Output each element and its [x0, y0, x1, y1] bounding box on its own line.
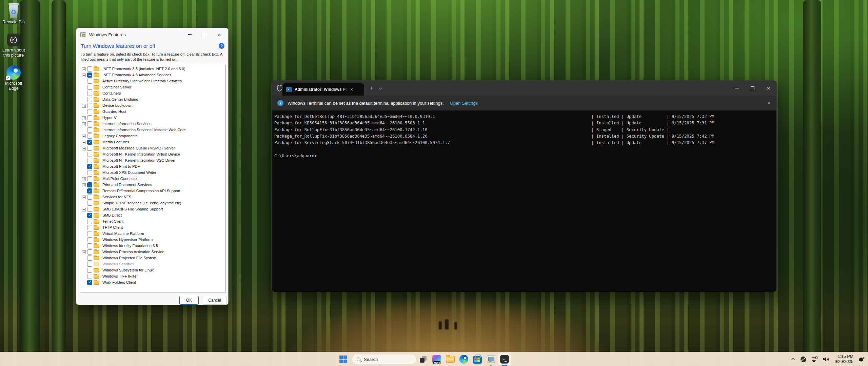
- feature-row[interactable]: Containers: [80, 90, 225, 97]
- feature-row[interactable]: SMB 1.0/CIFS File Sharing Support: [80, 206, 225, 212]
- feature-row[interactable]: Windows Sandbox: [80, 261, 225, 267]
- expand-toggle-icon[interactable]: [82, 116, 86, 120]
- feature-row[interactable]: Windows Projected File System: [80, 255, 225, 261]
- feature-checkbox[interactable]: [87, 79, 92, 84]
- terminal-maximize-button[interactable]: [745, 81, 761, 96]
- ok-button[interactable]: OK: [179, 296, 199, 305]
- feature-row[interactable]: Virtual Machine Platform: [80, 231, 225, 237]
- feature-row[interactable]: Guarded Host: [80, 109, 225, 115]
- dialog-titlebar[interactable]: Windows Features ×: [76, 28, 228, 41]
- feature-row[interactable]: Microsoft NT Kernel Integration VSC Driv…: [80, 158, 225, 164]
- feature-checkbox[interactable]: [87, 213, 92, 218]
- expand-toggle-icon[interactable]: [82, 122, 86, 126]
- close-button[interactable]: ×: [212, 28, 227, 41]
- feature-row[interactable]: Microsoft XPS Document Writer: [80, 170, 225, 176]
- feature-checkbox[interactable]: [87, 274, 92, 279]
- taskbar-item-windows-features[interactable]: [484, 352, 498, 366]
- feature-row[interactable]: Internet Information Services Hostable W…: [80, 127, 225, 133]
- no-internet-globe-icon[interactable]: [801, 357, 806, 362]
- feature-checkbox[interactable]: [87, 66, 92, 72]
- feature-checkbox[interactable]: [87, 219, 92, 224]
- feature-row[interactable]: Services for NFS: [80, 194, 225, 200]
- expand-toggle-icon[interactable]: [82, 141, 86, 144]
- feature-row[interactable]: Work Folders Client: [80, 280, 225, 286]
- feature-checkbox[interactable]: [87, 182, 92, 187]
- feature-checkbox[interactable]: [87, 73, 92, 78]
- taskbar-item-edge[interactable]: [457, 352, 471, 366]
- expand-toggle-icon[interactable]: [82, 67, 86, 71]
- feature-row[interactable]: Media Features: [80, 139, 225, 145]
- desktop-icon-recycle-bin[interactable]: ♻ Recycle Bin: [1, 3, 26, 25]
- feature-checkbox[interactable]: [87, 201, 92, 206]
- expand-toggle-icon[interactable]: [82, 177, 86, 181]
- expand-toggle-icon[interactable]: [82, 250, 86, 254]
- feature-row[interactable]: Windows Subsystem for Linux: [80, 267, 225, 273]
- feature-checkbox[interactable]: [87, 152, 92, 157]
- desktop-icon-learn-about-picture[interactable]: Learn about this picture: [1, 34, 26, 58]
- feature-checkbox[interactable]: [87, 188, 92, 194]
- feature-row[interactable]: SMB Direct: [80, 212, 225, 219]
- feature-row[interactable]: .NET Framework 4.8 Advanced Services: [80, 72, 225, 78]
- feature-checkbox[interactable]: [87, 170, 92, 175]
- taskbar-search[interactable]: Search: [352, 354, 416, 364]
- feature-row[interactable]: TFTP Client: [80, 225, 225, 231]
- expand-toggle-icon[interactable]: [82, 104, 86, 108]
- expand-toggle-icon[interactable]: [82, 147, 86, 150]
- feature-checkbox[interactable]: [87, 262, 92, 267]
- new-tab-button[interactable]: +: [368, 85, 375, 92]
- feature-checkbox[interactable]: [87, 146, 92, 151]
- taskbar-item-microsoft-store[interactable]: [471, 352, 484, 366]
- feature-row[interactable]: Windows Hypervisor Platform: [80, 237, 225, 243]
- feature-row[interactable]: Microsoft Print to PDF: [80, 164, 225, 170]
- tab-close-icon[interactable]: ×: [350, 87, 353, 92]
- feature-row[interactable]: Legacy Components: [80, 133, 225, 139]
- taskbar-item-copilot-m365[interactable]: M365: [430, 352, 443, 366]
- feature-row[interactable]: Windows Identity Foundation 3.5: [80, 243, 225, 249]
- tab-dropdown-chevron-icon[interactable]: [379, 86, 382, 89]
- taskbar-item-terminal-active[interactable]: >_: [498, 352, 511, 366]
- desktop-icon-microsoft-edge[interactable]: ↗ Microsoft Edge: [1, 65, 26, 91]
- maximize-button[interactable]: [197, 28, 212, 41]
- help-icon[interactable]: ?: [219, 43, 224, 49]
- feature-row[interactable]: Microsoft Message Queue (MSMQ) Server: [80, 145, 225, 151]
- feature-checkbox[interactable]: [87, 121, 92, 126]
- banner-close-icon[interactable]: ×: [767, 100, 770, 105]
- feature-checkbox[interactable]: [87, 127, 92, 133]
- feature-checkbox[interactable]: [87, 268, 92, 273]
- feature-row[interactable]: Device Lockdown: [80, 103, 225, 109]
- feature-checkbox[interactable]: [87, 140, 92, 145]
- feature-checkbox[interactable]: [87, 115, 92, 120]
- open-settings-link[interactable]: Open Settings: [450, 101, 478, 106]
- feature-checkbox[interactable]: [87, 91, 92, 96]
- feature-row[interactable]: Internet Information Services: [80, 121, 225, 127]
- feature-checkbox[interactable]: [87, 164, 92, 169]
- features-list[interactable]: .NET Framework 3.5 (includes .NET 2.0 an…: [80, 65, 226, 292]
- terminal-content[interactable]: Package_for_DotNetRollup_481~31bf3856ad3…: [272, 110, 776, 160]
- feature-row[interactable]: MultiPoint Connector: [80, 176, 225, 182]
- feature-checkbox[interactable]: [87, 85, 92, 90]
- feature-checkbox[interactable]: [87, 207, 92, 212]
- feature-row[interactable]: Container Server: [80, 84, 225, 90]
- expand-toggle-icon[interactable]: [82, 74, 86, 77]
- ethernet-icon[interactable]: [812, 357, 817, 362]
- terminal-titlebar[interactable]: >_ Administrator: Windows Powe × + ×: [272, 81, 776, 96]
- expand-toggle-icon[interactable]: [82, 196, 86, 199]
- volume-icon[interactable]: [823, 357, 829, 362]
- feature-checkbox[interactable]: [87, 243, 92, 248]
- feature-checkbox[interactable]: [87, 97, 92, 102]
- feature-checkbox[interactable]: [87, 109, 92, 114]
- terminal-tab[interactable]: >_ Administrator: Windows Powe ×: [282, 83, 364, 96]
- feature-row[interactable]: Windows TIFF IFilter: [80, 273, 225, 280]
- feature-row[interactable]: Simple TCPIP services (i.e. echo, daytim…: [80, 200, 225, 206]
- hidden-icons-chevron-icon[interactable]: [791, 358, 795, 362]
- feature-checkbox[interactable]: [87, 158, 92, 163]
- feature-row[interactable]: Active Directory Lightweight Directory S…: [80, 78, 225, 84]
- feature-row[interactable]: Data Center Bridging: [80, 97, 225, 103]
- feature-checkbox[interactable]: [87, 176, 92, 181]
- feature-row[interactable]: Hyper-V: [80, 115, 225, 121]
- terminal-minimize-button[interactable]: [729, 81, 745, 96]
- feature-checkbox[interactable]: [87, 280, 92, 285]
- feature-row[interactable]: Windows Process Activation Service: [80, 249, 225, 255]
- feature-row[interactable]: Print and Document Services: [80, 182, 225, 188]
- taskbar-clock[interactable]: 1:15 PM 9/26/2025: [834, 354, 853, 364]
